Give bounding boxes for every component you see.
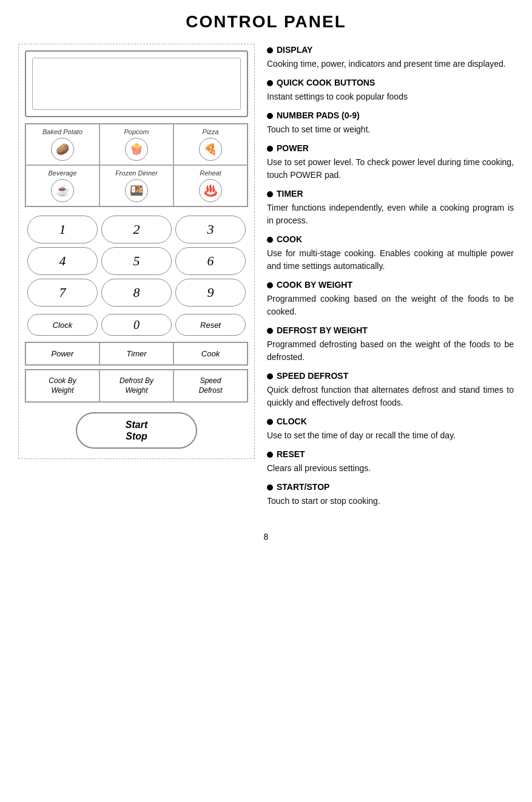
info-text-6: Programmed cooking based on the weight o… bbox=[267, 293, 514, 318]
info-item-10: RESET Clears all previous settings. bbox=[267, 448, 514, 475]
bullet-1 bbox=[267, 80, 273, 86]
num-btn-8[interactable]: 8 bbox=[101, 279, 172, 307]
info-heading-text-7: DEFROST BY WEIGHT bbox=[277, 324, 368, 337]
info-item-8: SPEED DEFROST Quick defrost function tha… bbox=[267, 370, 514, 409]
info-heading-text-4: TIMER bbox=[277, 188, 303, 200]
info-text-4: Timer functions independently, even whil… bbox=[267, 202, 514, 227]
start-stop-button[interactable]: StartStop bbox=[76, 412, 197, 449]
quick-cook-grid: Baked Potato 🥔 Popcorn 🍿 Pizza 🍕 Beverag… bbox=[25, 123, 248, 207]
info-heading-0: DISPLAY bbox=[267, 44, 514, 56]
info-heading-1: QUICK COOK BUTTONS bbox=[267, 76, 514, 89]
control-panel-illustration: Baked Potato 🥔 Popcorn 🍿 Pizza 🍕 Beverag… bbox=[18, 44, 255, 459]
bullet-11 bbox=[267, 484, 273, 491]
qc-label-pizza: Pizza bbox=[203, 128, 219, 135]
speed-defrost-button[interactable]: SpeedDefrost bbox=[173, 370, 247, 402]
num-btn-5[interactable]: 5 bbox=[101, 247, 172, 275]
num-btn-0[interactable]: 0 bbox=[101, 314, 172, 336]
bullet-7 bbox=[267, 328, 273, 334]
bullet-3 bbox=[267, 146, 273, 152]
info-heading-text-11: START/STOP bbox=[277, 481, 329, 494]
info-item-2: NUMBER PADS (0-9) Touch to set time or w… bbox=[267, 109, 514, 136]
bullet-6 bbox=[267, 282, 273, 288]
info-heading-7: DEFROST BY WEIGHT bbox=[267, 324, 514, 337]
qc-btn-frozen-dinner[interactable]: Frozen Dinner 🍱 bbox=[99, 165, 173, 206]
info-heading-8: SPEED DEFROST bbox=[267, 370, 514, 382]
bullet-0 bbox=[267, 47, 273, 53]
qc-icon-popcorn: 🍿 bbox=[125, 138, 148, 161]
info-item-5: COOK Use for multi-stage cooking. Enable… bbox=[267, 233, 514, 273]
timer-button[interactable]: Timer bbox=[99, 342, 173, 365]
reset-button[interactable]: Reset bbox=[175, 314, 246, 336]
func-grid-2: Cook ByWeight Defrost ByWeight SpeedDefr… bbox=[25, 369, 248, 403]
num-btn-1[interactable]: 1 bbox=[27, 216, 98, 243]
bullet-4 bbox=[267, 191, 273, 197]
qc-label-beverage: Beverage bbox=[48, 169, 76, 177]
bottom-row: Clock 0 Reset bbox=[25, 314, 248, 336]
defrost-by-weight-button[interactable]: Defrost ByWeight bbox=[99, 370, 173, 402]
info-text-0: Cooking time, power, indicators and pres… bbox=[267, 58, 514, 70]
info-item-3: POWER Use to set power level. To check p… bbox=[267, 142, 514, 182]
info-item-11: START/STOP Touch to start or stop cookin… bbox=[267, 481, 514, 508]
qc-label-reheat: Reheat bbox=[200, 169, 221, 177]
info-heading-4: TIMER bbox=[267, 188, 514, 200]
info-text-5: Use for multi-stage cooking. Enables coo… bbox=[267, 247, 514, 273]
qc-icon-baked-potato: 🥔 bbox=[51, 138, 74, 161]
num-btn-9[interactable]: 9 bbox=[175, 279, 246, 307]
numpad: 1 2 3 4 5 6 7 8 9 bbox=[25, 213, 248, 309]
info-text-3: Use to set power level. To check power l… bbox=[267, 156, 514, 182]
info-heading-3: POWER bbox=[267, 142, 514, 155]
info-item-4: TIMER Timer functions independently, eve… bbox=[267, 188, 514, 227]
clock-button[interactable]: Clock bbox=[27, 314, 98, 336]
qc-label-frozen-dinner: Frozen Dinner bbox=[115, 169, 158, 177]
info-heading-text-6: COOK BY WEIGHT bbox=[277, 279, 352, 291]
qc-icon-frozen-dinner: 🍱 bbox=[125, 179, 148, 202]
qc-btn-popcorn[interactable]: Popcorn 🍿 bbox=[99, 124, 173, 165]
info-heading-9: CLOCK bbox=[267, 415, 514, 428]
info-heading-text-0: DISPLAY bbox=[277, 44, 312, 56]
cook-button[interactable]: Cook bbox=[173, 342, 247, 365]
num-btn-3[interactable]: 3 bbox=[175, 216, 246, 243]
qc-btn-beverage[interactable]: Beverage ☕ bbox=[25, 165, 99, 206]
info-item-7: DEFROST BY WEIGHT Programmed defrosting … bbox=[267, 324, 514, 364]
qc-label-baked-potato: Baked Potato bbox=[42, 128, 82, 135]
info-heading-11: START/STOP bbox=[267, 481, 514, 494]
qc-icon-pizza: 🍕 bbox=[199, 138, 222, 161]
info-text-2: Touch to set time or weight. bbox=[267, 123, 514, 136]
power-button[interactable]: Power bbox=[25, 342, 99, 365]
qc-btn-pizza[interactable]: Pizza 🍕 bbox=[173, 124, 247, 165]
info-heading-text-9: CLOCK bbox=[277, 415, 307, 428]
info-heading-text-5: COOK bbox=[277, 233, 302, 246]
info-heading-2: NUMBER PADS (0-9) bbox=[267, 109, 514, 122]
num-btn-4[interactable]: 4 bbox=[27, 247, 98, 275]
func-grid-1: Power Timer Cook bbox=[25, 342, 248, 365]
qc-btn-baked-potato[interactable]: Baked Potato 🥔 bbox=[25, 124, 99, 165]
info-heading-6: COOK BY WEIGHT bbox=[267, 279, 514, 291]
bullet-9 bbox=[267, 419, 273, 425]
info-text-7: Programmed defrosting based on the weigh… bbox=[267, 338, 514, 364]
info-heading-10: RESET bbox=[267, 448, 514, 461]
info-item-6: COOK BY WEIGHT Programmed cooking based … bbox=[267, 279, 514, 318]
info-panel: DISPLAY Cooking time, power, indicators … bbox=[267, 44, 514, 514]
bullet-10 bbox=[267, 452, 273, 458]
display-inner bbox=[32, 58, 241, 110]
qc-icon-reheat: ♨️ bbox=[199, 179, 222, 202]
info-text-1: Instant settings to cook popular foods bbox=[267, 90, 514, 103]
num-btn-6[interactable]: 6 bbox=[175, 247, 246, 275]
cook-by-weight-button[interactable]: Cook ByWeight bbox=[25, 370, 99, 402]
display-area bbox=[25, 50, 248, 117]
num-btn-2[interactable]: 2 bbox=[101, 216, 172, 243]
num-btn-7[interactable]: 7 bbox=[27, 279, 98, 307]
qc-label-popcorn: Popcorn bbox=[124, 128, 149, 135]
bullet-5 bbox=[267, 237, 273, 243]
start-stop-wrap: StartStop bbox=[25, 409, 248, 452]
qc-btn-reheat[interactable]: Reheat ♨️ bbox=[173, 165, 247, 206]
info-heading-text-10: RESET bbox=[277, 448, 305, 461]
info-text-11: Touch to start or stop cooking. bbox=[267, 495, 514, 508]
info-item-9: CLOCK Use to set the time of day or reca… bbox=[267, 415, 514, 442]
bullet-8 bbox=[267, 373, 273, 379]
bullet-2 bbox=[267, 113, 273, 119]
page-title: CONTROL PANEL bbox=[18, 12, 514, 32]
info-text-9: Use to set the time of day or recall the… bbox=[267, 429, 514, 442]
info-heading-text-1: QUICK COOK BUTTONS bbox=[277, 76, 375, 89]
info-heading-5: COOK bbox=[267, 233, 514, 246]
